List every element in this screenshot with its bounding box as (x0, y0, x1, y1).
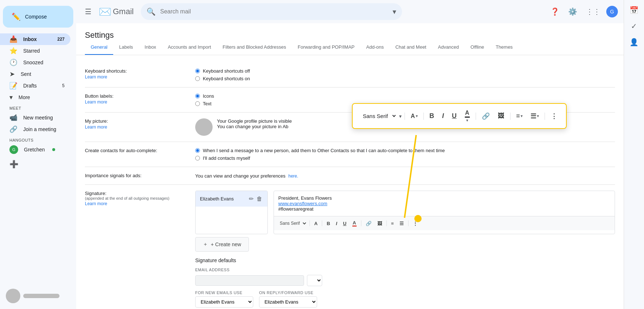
compose-icon: ✏️ (12, 12, 21, 21)
sidebar-item-snoozed[interactable]: 🕐 Snoozed (0, 57, 70, 68)
sidebar-item-drafts[interactable]: 📝 Drafts 5 (0, 80, 70, 92)
hamburger-icon[interactable]: ☰ (82, 4, 94, 19)
tab-accounts[interactable]: Accounts and Import (162, 40, 217, 55)
create-new-label: + Create new (211, 241, 241, 247)
tt-text-color-button[interactable]: A ▾ (462, 108, 473, 124)
tt-list-button[interactable]: ☰ ▾ (528, 111, 542, 122)
tab-inbox[interactable]: Inbox (139, 40, 162, 55)
tt-bold-button[interactable]: B (427, 111, 437, 121)
sidebar-item-inbox[interactable]: 📥 Inbox 227 (0, 33, 70, 45)
picture-change-note: You can change your picture in Ab (217, 124, 292, 129)
sidebar-item-new-meeting[interactable]: 📹 New meeting (0, 112, 70, 123)
email-address-label: EMAIL ADDRESS (195, 268, 615, 272)
apps-icon[interactable]: ⋮⋮ (583, 4, 603, 19)
signature-label: Signature: (appended at the end of all o… (85, 191, 186, 309)
toolbar-divider-2 (322, 220, 322, 226)
tab-themes[interactable]: Themes (490, 40, 518, 55)
help-icon[interactable]: ❓ (547, 4, 562, 19)
manual-add-option[interactable]: I'll add contacts myself (195, 155, 615, 161)
sidebar-item-starred[interactable]: ⭐ Starred (0, 45, 70, 57)
sig-hashtag: #flowersaregreat (278, 206, 610, 212)
user-avatar (6, 289, 20, 303)
sidebar-item-join-meeting[interactable]: 🔗 Join a meeting (0, 123, 70, 135)
reply-forward-select[interactable]: Elizabeth Evans (259, 296, 317, 308)
floating-toolbar: Sans Serif ▾ A ▾ B I U A (358, 108, 560, 124)
button-labels-learn-more[interactable]: Learn more (85, 99, 107, 105)
new-emails-label: FOR NEW EMAILS USE (195, 290, 253, 295)
sidebar-item-hangouts-user[interactable]: G Gretchen (0, 144, 70, 155)
new-meeting-icon: 📹 (9, 114, 17, 122)
auto-add-option[interactable]: When I send a message to a new person, a… (195, 148, 615, 153)
email-address-input[interactable] (195, 275, 304, 286)
tab-chat[interactable]: Chat and Meet (390, 40, 432, 55)
sig-font-family-select[interactable]: Sans Serif (277, 220, 307, 227)
tab-filters[interactable]: Filters and Blocked Addresses (217, 40, 292, 55)
tab-offline[interactable]: Offline (465, 40, 490, 55)
tab-addons[interactable]: Add-ons (360, 40, 389, 55)
right-panel-calendar-icon[interactable]: 📅 (627, 3, 641, 17)
shortcuts-on-radio[interactable] (195, 76, 200, 81)
tab-general[interactable]: General (85, 40, 113, 55)
tt-divider-2 (423, 113, 424, 120)
right-panel-tasks-icon[interactable]: ✓ (627, 19, 641, 33)
auto-add-radio[interactable] (195, 148, 200, 153)
app-logo: ✉️ Gmail (99, 6, 134, 18)
sig-text-color-button[interactable]: A (350, 219, 359, 228)
icons-option[interactable]: Icons (195, 93, 615, 99)
email-select[interactable] (307, 275, 322, 286)
tab-forwarding[interactable]: Forwarding and POP/IMAP (292, 40, 360, 55)
signature-learn-more[interactable]: Learn more (85, 201, 107, 206)
tt-underline-button[interactable]: U (449, 111, 460, 121)
topbar: ☰ ✉️ Gmail 🔍 ▾ ❓ ⚙️ ⋮⋮ G (76, 0, 624, 23)
tt-divider-4 (510, 113, 510, 120)
page-title: Settings (76, 23, 624, 40)
tt-font-dropdown-icon[interactable]: ▾ (399, 113, 402, 119)
sig-bold-button[interactable]: B (324, 219, 332, 228)
tt-italic-button[interactable]: I (439, 111, 447, 121)
search-input[interactable] (160, 8, 388, 15)
sig-underline-button[interactable]: U (341, 219, 348, 228)
tab-labels[interactable]: Labels (113, 40, 139, 55)
tab-advanced[interactable]: Advanced (432, 40, 465, 55)
my-picture-learn-more[interactable]: Learn more (85, 125, 107, 130)
tt-font-size-button[interactable]: A ▾ (408, 111, 421, 121)
sig-italic-button[interactable]: I (334, 219, 340, 228)
edit-signature-button[interactable]: ✏ (248, 195, 254, 203)
right-panel-contacts-icon[interactable]: 👤 (627, 35, 641, 49)
signature-editor[interactable]: President, Evans Flowers www.evansflower… (274, 191, 615, 234)
sig-align-button[interactable]: ≡ (389, 219, 396, 228)
sig-url[interactable]: www.evansflowers.com (278, 201, 327, 206)
manual-add-radio[interactable] (195, 156, 200, 160)
tt-link-button[interactable]: 🔗 (479, 111, 493, 122)
icons-radio[interactable] (195, 94, 200, 98)
sidebar-item-sent[interactable]: ➤ Sent (0, 68, 70, 80)
shortcuts-off-option[interactable]: Keyboard shortcuts off (195, 68, 615, 74)
tt-more-button[interactable]: ⋮ (548, 111, 560, 122)
compose-button[interactable]: ✏️ Compose (3, 6, 73, 28)
user-profile-area[interactable] (3, 286, 62, 306)
new-emails-select[interactable]: Elizabeth Evans (195, 296, 253, 308)
sig-image-button[interactable]: 🖼 (375, 219, 384, 228)
user-avatar-topbar[interactable]: G (606, 6, 618, 17)
tt-align-button[interactable]: ≡ ▾ (513, 111, 526, 121)
search-bar[interactable]: 🔍 ▾ (141, 3, 402, 20)
sig-list-button[interactable]: ☰ (397, 219, 406, 228)
text-radio[interactable] (195, 101, 200, 106)
add-hangout-button[interactable]: ➕ (0, 157, 76, 171)
shortcuts-on-option[interactable]: Keyboard shortcuts on (195, 76, 615, 81)
sig-link-button[interactable]: 🔗 (364, 219, 374, 228)
tt-image-button[interactable]: 🖼 (495, 111, 507, 121)
signature-list-item[interactable]: Elizabeth Evans ✏ 🗑 (196, 191, 267, 207)
settings-icon[interactable]: ⚙️ (565, 4, 580, 19)
tt-font-family-select[interactable]: Sans Serif (358, 111, 397, 121)
delete-signature-button[interactable]: 🗑 (256, 195, 263, 203)
shortcuts-off-radio[interactable] (195, 69, 200, 73)
add-person-icon: ➕ (9, 160, 19, 168)
create-new-button[interactable]: ＋ + Create new (195, 237, 249, 252)
sidebar-item-more[interactable]: ▾ More (0, 92, 70, 103)
importance-signals-here-link[interactable]: here. (288, 174, 298, 179)
sig-font-size-button[interactable]: A (312, 219, 320, 228)
search-tune-icon[interactable]: ▾ (393, 7, 396, 16)
keyboard-shortcuts-learn-more[interactable]: Learn more (85, 74, 107, 80)
picture-description: Your Google profile picture is visible (217, 118, 292, 124)
